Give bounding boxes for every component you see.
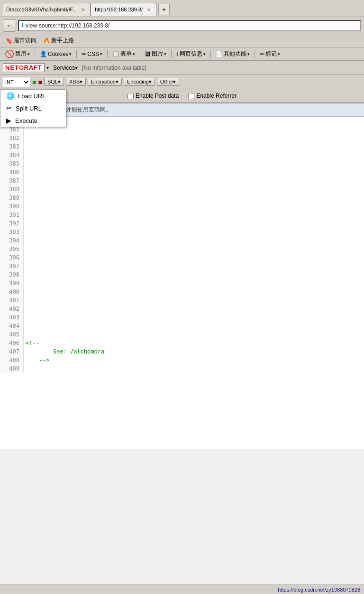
forms-label: 表单 — [120, 50, 132, 58]
line-number: 409 — [0, 364, 24, 373]
tab-2[interactable]: http://192.168.239.8/ ✕ — [91, 3, 156, 16]
line-number: 403 — [0, 313, 24, 322]
source-line: 400 — [0, 288, 364, 296]
source-line: 394 — [0, 236, 364, 245]
post-data-checkbox[interactable] — [127, 93, 134, 99]
cookies-dropdown-icon: ▾ — [69, 52, 72, 56]
images-icon: 🖼 — [145, 51, 151, 57]
nav-bar: ← ℹ view-source:http://192.168.239.8/ — [0, 17, 364, 34]
other-label: 其他功能 — [224, 50, 246, 58]
source-line: 382 — [0, 134, 364, 142]
line-number: 404 — [0, 322, 24, 330]
images-dropdown-icon: ▾ — [164, 52, 166, 56]
red-dot-icon: ■ — [38, 78, 42, 86]
other-hackbar-button[interactable]: Other▾ — [157, 78, 180, 86]
split-url-icon: ✂ — [6, 104, 12, 112]
split-url-item[interactable]: ✂ Split URL — [0, 102, 66, 114]
new-tab-button[interactable]: + — [158, 4, 170, 15]
back-button[interactable]: ← — [3, 19, 16, 32]
separator-1 — [35, 50, 35, 58]
hackbar-select[interactable]: INT GET POST — [2, 77, 30, 87]
line-number: 402 — [0, 305, 24, 313]
netcraft-bar: NETCRAFT ▾ Services▾ [No information ava… — [0, 61, 364, 75]
css-dropdown-icon: ▾ — [100, 52, 102, 56]
referrer-checkbox-label[interactable]: Enable Referrer — [188, 93, 237, 99]
source-line: 402 — [0, 305, 364, 313]
disable-button[interactable]: 🚫 禁用 ▾ — [2, 48, 33, 60]
tab-1[interactable]: Draco:dG9vIGVhc3kgbm8/IF... ✕ — [2, 3, 91, 16]
line-number: 388 — [0, 185, 24, 194]
source-line: 407 See: /alohomora — [0, 347, 364, 356]
toolbar-bar: 🚫 禁用 ▾ 👤 Cookies ▾ ✏ CSS ▾ 📋 表单 ▾ 🖼 图片 ▾… — [0, 47, 364, 61]
forms-icon: 📋 — [112, 51, 119, 57]
disable-label: 禁用 — [15, 50, 27, 58]
source-line: 409 — [0, 364, 364, 373]
netcraft-services-label: Services▾ — [53, 65, 78, 71]
address-bar[interactable]: ℹ view-source:http://192.168.239.8/ — [18, 20, 361, 31]
other-button[interactable]: 📄 其他功能 ▾ — [213, 48, 253, 59]
line-number: 385 — [0, 159, 24, 168]
source-line: 397 — [0, 262, 364, 270]
source-line: 393 — [0, 228, 364, 236]
hackbar-dropdown-menu: 🌐 Load URL ✂ Split URL ▶ Execute — [0, 89, 66, 127]
netcraft-no-info: [No information available] — [82, 65, 146, 71]
tab-2-close[interactable]: ✕ — [146, 7, 152, 13]
fire-icon: 🔥 — [43, 37, 50, 44]
encoding-button[interactable]: Encoding▾ — [124, 78, 155, 86]
source-line: 401 — [0, 296, 364, 305]
images-label: 图片 — [152, 50, 163, 58]
execute-item[interactable]: ▶ Execute — [0, 114, 66, 127]
source-line: 392 — [0, 219, 364, 228]
referrer-label: Enable Referrer — [196, 93, 237, 99]
line-number: 395 — [0, 245, 24, 253]
separator-3 — [107, 50, 108, 58]
mark-button[interactable]: ✏ 标记 ▾ — [257, 48, 283, 59]
info-dropdown-icon: ▾ — [203, 52, 206, 56]
line-number: 384 — [0, 151, 24, 159]
post-data-label: Enable Post data — [136, 93, 179, 99]
source-line: 403 — [0, 313, 364, 322]
sql-label: SQL▾ — [47, 79, 61, 85]
source-line: 391 — [0, 211, 364, 219]
tab-bar: Draco:dG9vIGVhc3kgbm8/IF... ✕ http://192… — [0, 0, 364, 17]
line-content: --> — [24, 356, 364, 364]
sql-button[interactable]: SQL▾ — [44, 78, 64, 86]
other-icon: 📄 — [216, 51, 223, 57]
xss-button[interactable]: XSS▾ — [66, 78, 86, 86]
post-data-checkbox-label[interactable]: Enable Post data — [127, 93, 179, 99]
referrer-checkbox[interactable] — [188, 93, 194, 99]
source-line: 388 — [0, 185, 364, 194]
disable-dropdown-icon: ▾ — [27, 52, 30, 56]
green-dot-icon: ■ — [32, 78, 36, 86]
line-number: 396 — [0, 253, 24, 262]
hackbar: INT GET POST ■ ■ SQL▾ XSS▾ Encryption▾ E… — [0, 75, 364, 89]
netcraft-services-button[interactable]: Services▾ — [51, 64, 80, 72]
load-url-item[interactable]: 🌐 Load URL — [0, 90, 66, 102]
load-url-icon: 🌐 — [6, 92, 14, 100]
source-line: 398 — [0, 270, 364, 279]
bookmark-frequent[interactable]: 🔖 最常访问 — [3, 36, 39, 46]
cookies-icon: 👤 — [40, 51, 47, 57]
line-number: 399 — [0, 279, 24, 288]
line-number: 405 — [0, 330, 24, 339]
tab-1-close[interactable]: ✕ — [80, 7, 86, 13]
line-number: 391 — [0, 211, 24, 219]
forms-button[interactable]: 📋 表单 ▾ — [109, 48, 138, 59]
source-line: 384 — [0, 151, 364, 159]
tab-2-title: http://192.168.239.8/ — [95, 7, 143, 12]
netcraft-logo: NETCRAFT — [3, 63, 45, 72]
pencil-icon: ✏ — [260, 51, 264, 57]
bookmark-icon: 🔖 — [6, 37, 13, 44]
info-button[interactable]: ℹ 网页信息 ▾ — [173, 48, 209, 59]
css-icon: ✏ — [82, 51, 86, 57]
netcraft-name: ETCRAFT — [10, 64, 42, 71]
cookies-button[interactable]: 👤 Cookies ▾ — [37, 49, 74, 59]
netcraft-n: N — [5, 64, 10, 71]
mark-dropdown-icon: ▾ — [278, 52, 280, 56]
encryption-button[interactable]: Encryption▾ — [88, 78, 122, 86]
line-number: 398 — [0, 270, 24, 279]
images-button[interactable]: 🖼 图片 ▾ — [142, 48, 169, 59]
line-content: See: /alohomora — [24, 347, 364, 356]
css-button[interactable]: ✏ CSS ▾ — [79, 49, 105, 59]
bookmark-beginner[interactable]: 🔥 新手上路 — [40, 36, 77, 46]
